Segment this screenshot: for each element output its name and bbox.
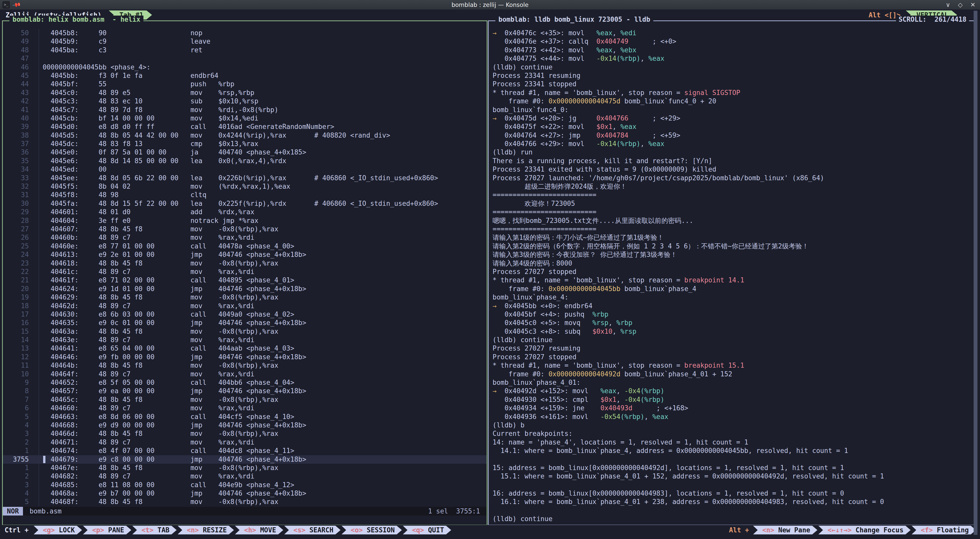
lldb-line: 0x404936 <+161>: movl -0x54(%rbp), %eax [489,413,974,421]
asm-line: 28 404604: 3e ff e0 notrack jmp *%rax [3,217,487,225]
lldb-line: bomb_linux`phase_4_01: [489,378,974,387]
asm-line: 10 40464f: 48 89 c7 mov %rax,%rdi [3,370,487,378]
asm-line: 3 40466d: 48 8b 45 f8 mov -0x8(%rbp),%ra… [3,429,487,438]
titlebar-icons: >_ 📌 [0,1,20,8]
asm-line: 43 4045c0: 48 89 e5 mov %rsp,%rbp [3,89,487,97]
lldb-line: → 0x4045bb <+0>: endbr64 [489,302,974,310]
lldb-line: frame #0: 0x00000000004045bb bomb_linux`… [489,285,974,293]
lldb-line: → 0x40476c <+35>: movl %eax, %edi [489,29,974,37]
asm-line: 29 404601: 48 01 d0 add %rdx,%rax [3,208,487,216]
scrollbar-handle[interactable] [974,11,977,535]
asm-lines: 50 4045b8: 90 nop49 4045b9: c9 leave48 4… [3,21,487,525]
editor-cursor [43,456,45,463]
asm-line: 36 4045e0: 0f 87 5a 01 00 00 ja 404740 <… [3,148,487,156]
asm-line: 35 4045e6: 48 8d 14 85 00 00 00 lea 0x0(… [3,157,487,165]
asm-line: 13 404641: e8 65 04 00 00 call 404aab <p… [3,344,487,352]
close-button[interactable]: ✕ [970,1,975,8]
lldb-line: 15.1: where = bomb_linux`phase_4_01 + 15… [489,472,974,480]
lldb-line: 14.1: where = bomb_linux`phase_4, addres… [489,447,974,455]
asm-line: 42 4045c3: 48 83 ec 10 sub $0x10,%rsp [3,97,487,105]
asm-line: 3755 404679: e9 c8 00 00 00 jmp 404746 <… [3,455,487,464]
lldb-line: 请输入第3级的密码：今夜没加班？ 你已经通过了第3级考验！ [489,250,974,259]
asm-line: 24 404613: e9 2e 01 00 00 jmp 404746 <ph… [3,250,487,259]
alt-prefix: Alt + [729,526,749,534]
lldb-line [489,506,974,515]
lldb-line: 欢迎你！723005 [489,199,974,208]
asm-line: 8 404657: e9 ea 00 00 00 jmp 404746 <pha… [3,387,487,395]
lldb-line: Process 23341 exited with status = 9 (0x… [489,165,974,174]
asm-line: 3 404685: e8 11 08 00 00 call 404e9b <ph… [3,481,487,489]
asm-line: 16 404635: e9 0c 01 00 00 jmp 404746 <ph… [3,319,487,327]
asm-line: 12 404646: e9 fb 00 00 00 jmp 404746 <ph… [3,353,487,361]
hint-badge: <n> New Pane [753,526,818,534]
konsole-scrollbar[interactable] [974,11,977,535]
lldb-line: 16: address = bomb_linux[0x0000000000404… [489,489,974,498]
asm-line: 14 40463e: 48 89 c7 mov %rax,%rdi [3,336,487,344]
lldb-line: bomb_linux`func4_0: [489,106,974,114]
lldb-line: 0x404930 <+155>: cmpl $0x1, -0x4(%rbp) [489,395,974,404]
helix-pane[interactable]: bomblab: helix bomb.asm - helix 50 4045b… [2,21,487,525]
asm-line: 32 4045f5: 8b 04 02 mov (%rdx,%rax,1),%e… [3,182,487,191]
asm-line: 6 404660: 48 89 c7 mov %rax,%rdi [3,404,487,412]
asm-line: 45 4045bb: f3 0f 1e fa endbr64 [3,72,487,80]
asm-line: 1 40467e: 48 8b 45 f8 mov -0x8(%rbp),%ra… [3,464,487,472]
lldb-line: 嗯嗯，找到bomb_723005.txt文件....从里面读取以前的密码... [489,217,974,225]
asm-line: 15 40463a: 48 8b 45 f8 mov -0x8(%rbp),%r… [3,327,487,336]
lldb-line: * thread #1, name = 'bomb_linux', stop r… [489,276,974,284]
lldb-line: 0x4045c3 <+8>: subq $0x10, %rsp [489,327,974,336]
hint-badge: <q> QUIT [403,526,451,534]
lldb-line: (lldb) b [489,421,974,429]
lldb-line: (lldb) run [489,148,974,156]
konsole-window: >_ 📌 bomblab : zellij — Konsole ∨ ◇ ✕ Ze… [0,0,980,539]
lldb-line: 14: name = 'phase_4', locations = 1, res… [489,438,974,447]
lldb-line: 0x40476e <+37>: callq 0x404749 ; <+0> [489,37,974,46]
lldb-line: 请输入第4级的密码：8000 [489,259,974,268]
asm-line: 39 4045d0: e8 d8 d0 ff ff call 4016ad <G… [3,123,487,131]
lldb-line: 16.1: where = bomb_linux`phase_4_01 + 23… [489,498,974,506]
pin-icon: 📌 [12,0,21,9]
lldb-line: 请输入第2级的密码（6个数字，用空格隔开，例如 1 2 3 4 5 6）：不错不… [489,242,974,250]
lldb-line: Process 27027 resuming [489,344,974,352]
konsole-app-icon: >_ [3,1,10,8]
asm-line: 49 4045b9: c9 leave [3,37,487,46]
maximize-button[interactable]: ◇ [958,1,963,8]
asm-line: 25 40460e: e8 77 01 00 00 call 40478a <p… [3,242,487,250]
lldb-line: Process 27027 launched: '/home/gh0s7/pro… [489,174,974,182]
asm-line: 5 404663: e8 8d 06 00 00 call 404cf5 <ph… [3,413,487,421]
ctrl-prefix: Ctrl + [0,526,34,534]
hint-badge: <p> PANE [83,526,131,534]
lldb-line: Current breakpoints: [489,429,974,438]
asm-line: 37 4045dc: 48 83 f8 13 cmp $0x13,%rax [3,140,487,148]
asm-line: 41 4045c7: 48 89 7d f8 mov %rdi,-0x8(%rb… [3,106,487,114]
asm-line: 48 4045ba: c3 ret [3,46,487,54]
asm-line: 18 40462d: 48 89 c7 mov %rax,%rdi [3,302,487,310]
asm-line: 2 404682: 48 89 c7 mov %rax,%rdi [3,472,487,480]
lldb-line: 请输入第1级的密码：牛刀小试~你已经通过了第1级考验！ [489,233,974,242]
lldb-line: 0x4045c0 <+5>: movq %rsp, %rbp [489,319,974,327]
lldb-line: → 0x40475d <+20>: jg 0x404766 ; <+29> [489,114,974,123]
lldb-line: There is a running process, kill it and … [489,157,974,165]
hint-badge: <h> MOVE [235,526,283,534]
asm-line: 47 [3,54,487,63]
asm-line: 33 4045ee: 48 8d 05 6b 22 00 00 lea 0x22… [3,174,487,182]
lldb-line: 0x404773 <+42>: movl %eax, %ebx [489,46,974,54]
cursor-position: 1 sel 3755:1 [428,507,480,515]
lldb-line: 0x4045bf <+4>: pushq %rbp [489,310,974,319]
lldb-line: Process 27027 stopped [489,353,974,361]
asm-line: 17 404630: e8 6b 03 00 00 call 4049a0 <p… [3,310,487,319]
alt-hints: <n> New Pane<←↓↑→> Change Focus<f> Float… [753,526,977,534]
lldb-line: → 0x40492d <+152>: movl %eax, -0x4(%rbp) [489,387,974,395]
asm-line: 34 4045ed: 00 [3,165,487,174]
asm-line: 26 40460b: 48 89 c7 mov %rax,%rdi [3,233,487,242]
lldb-pane[interactable]: bomblab: lldb bomb_linux 723005 - lldb S… [488,21,974,525]
mode-indicator: NOR [3,507,23,515]
minimize-button[interactable]: ∨ [946,1,950,8]
hint-badge: <←↓↑→> Change Focus [818,526,911,534]
asm-line: 2 404671: 48 89 c7 mov %rax,%rdi [3,438,487,447]
asm-line: 9 404652: e8 5f 05 00 00 call 404bb6 <ph… [3,378,487,387]
asm-line: 40 4045cb: bf 14 00 00 00 mov $0x14,%edi [3,114,487,123]
hint-badge: <f> Floating [912,526,976,534]
lldb-line: bomb_linux`phase_4: [489,293,974,301]
lldb-line: ========================== [489,191,974,199]
asm-line: 21 40461f: e8 71 02 00 00 call 404895 <p… [3,276,487,284]
